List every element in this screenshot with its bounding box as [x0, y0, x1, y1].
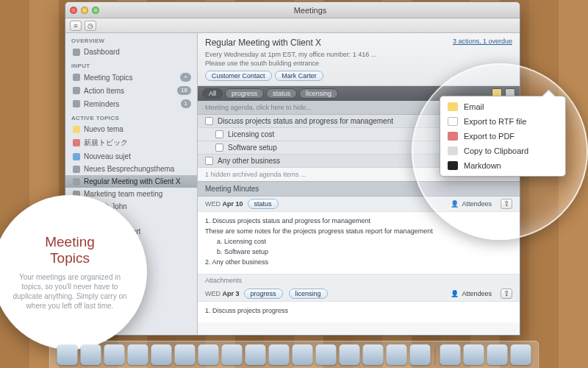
- dock-app-itunes[interactable]: [293, 344, 313, 365]
- entry-attachments[interactable]: Attachments: [198, 274, 520, 286]
- checkbox[interactable]: [205, 117, 213, 125]
- dock-app[interactable]: [151, 344, 172, 365]
- dock-app[interactable]: [104, 344, 125, 365]
- minimize-icon[interactable]: [81, 7, 88, 14]
- zoom-icon[interactable]: [92, 7, 99, 14]
- sidebar-item-reminders[interactable]: Reminders1: [65, 97, 197, 110]
- sidebar-topic[interactable]: Nuevo tema: [65, 123, 197, 135]
- sidebar-section-overview: OVERVIEW: [65, 33, 197, 46]
- topic-icon: [73, 178, 80, 185]
- sidebar-section-input: INPUT: [65, 58, 197, 71]
- dock-app[interactable]: [410, 344, 431, 365]
- entry-body[interactable]: 1. Discuss projects progress: [198, 302, 520, 322]
- attendees-button[interactable]: 👤Attendees: [451, 290, 492, 297]
- dock-app[interactable]: [245, 344, 266, 365]
- sidebar-topic[interactable]: Nouveau sujet: [65, 150, 197, 163]
- mail-icon: [448, 102, 458, 111]
- popover-item-clipboard[interactable]: Copy to Clipboard: [440, 144, 565, 158]
- close-icon[interactable]: [70, 7, 77, 14]
- dock-app-safari[interactable]: [175, 344, 196, 365]
- toolbar-clock-button[interactable]: ◷: [85, 21, 96, 31]
- dock-app-finder[interactable]: [57, 344, 78, 365]
- sidebar-topic[interactable]: 新規トピック: [65, 135, 197, 150]
- minutes-line: b. Software setup: [205, 247, 512, 257]
- plus-badge[interactable]: +: [180, 73, 191, 82]
- minutes-line: 1. Discuss projects progress: [205, 306, 512, 316]
- checkbox[interactable]: [205, 157, 213, 165]
- person-icon: 👤: [451, 290, 459, 297]
- actions-overdue-link[interactable]: 3 actions, 1 overdue: [453, 38, 512, 45]
- meeting-meta-line: Please use the south building entrance: [205, 59, 512, 68]
- dock-app-calendar[interactable]: [222, 344, 243, 365]
- dock-app[interactable]: [198, 344, 219, 365]
- entry-tag[interactable]: licensing: [289, 289, 328, 299]
- checkbox[interactable]: [215, 144, 223, 152]
- entry-body[interactable]: 1. Discuss projects status and progress …: [198, 212, 520, 274]
- dock-app[interactable]: [440, 344, 461, 365]
- meeting-tags: Customer Contact Mark Carter: [205, 71, 512, 81]
- entry-tag[interactable]: status: [248, 199, 279, 209]
- dock: [49, 341, 539, 368]
- sidebar-item-label: Nuevo tema: [84, 125, 123, 133]
- window-title: Meetings: [105, 6, 515, 15]
- topics-icon: [73, 74, 80, 81]
- agenda-label: Licensing cost: [228, 130, 274, 138]
- popover-item-markdown[interactable]: Markdown: [440, 158, 565, 173]
- markdown-icon: [448, 161, 458, 170]
- entry-tag[interactable]: progress: [244, 289, 283, 299]
- reminders-icon: [73, 100, 80, 107]
- entry-date: WED Apr 10: [205, 200, 243, 208]
- checkbox[interactable]: [215, 130, 223, 138]
- sidebar-item-label: 新規トピック: [84, 138, 128, 148]
- tag-pill[interactable]: Mark Carter: [275, 71, 323, 81]
- attendees-button[interactable]: 👤Attendees: [451, 200, 492, 208]
- minutes-line: 2. Any other business: [205, 258, 512, 267]
- dock-app[interactable]: [81, 344, 101, 365]
- dock-app[interactable]: [363, 344, 384, 365]
- tag-pill[interactable]: Customer Contact: [205, 71, 272, 81]
- dock-app[interactable]: [128, 344, 148, 365]
- titlebar[interactable]: Meetings: [65, 2, 520, 18]
- entry-header[interactable]: WED Apr 3 progress licensing 👤Attendees …: [198, 286, 520, 302]
- sidebar-item-meeting-topics[interactable]: Meeting Topics+: [65, 71, 197, 84]
- topic-icon: [73, 153, 80, 160]
- person-icon: 👤: [451, 200, 459, 208]
- share-button[interactable]: ⇪: [501, 199, 512, 209]
- popover-item-email[interactable]: Email: [440, 99, 565, 114]
- entry-date: WED Apr 3: [205, 290, 240, 297]
- dock-app[interactable]: [464, 344, 484, 365]
- sidebar-item-label: Meeting Topics: [84, 74, 133, 82]
- entry-header[interactable]: WED Apr 10 status 👤Attendees ⇪: [198, 197, 520, 212]
- toolbar-list-button[interactable]: ≡: [70, 21, 82, 31]
- dock-trash[interactable]: [511, 344, 531, 365]
- sidebar-item-action-items[interactable]: Action Items18: [65, 84, 197, 97]
- minutes-line: a. Licensing cost: [205, 237, 512, 247]
- dock-app[interactable]: [487, 344, 508, 365]
- minutes-line: 1. Discuss projects status and progress …: [205, 216, 512, 226]
- filter-pill[interactable]: progress: [225, 88, 264, 99]
- sidebar-section-active: ACTIVE TOPICS: [65, 110, 197, 123]
- sidebar-topic-selected[interactable]: Regular Meeting with Client X: [65, 175, 197, 188]
- filter-all[interactable]: All: [202, 88, 223, 99]
- dock-separator: [435, 347, 436, 365]
- dock-app[interactable]: [340, 344, 360, 365]
- sidebar-item-dashboard[interactable]: Dashboard: [65, 46, 197, 58]
- sidebar-item-label: Marketing team meeting: [84, 190, 162, 198]
- popover-item-pdf[interactable]: Export to PDF: [440, 129, 565, 144]
- traffic-lights: [70, 7, 99, 14]
- filter-pill[interactable]: status: [266, 88, 297, 99]
- sidebar-topic[interactable]: Neues Besprechungsthema: [65, 163, 197, 175]
- meeting-meta-line: Every Wednesday at 1pm EST, my office nu…: [205, 50, 512, 59]
- sidebar-item-label: Reminders: [84, 100, 119, 108]
- rtf-icon: [448, 117, 458, 126]
- meeting-header: 3 actions, 1 overdue Regular Meeting wit…: [198, 33, 520, 86]
- filter-pill[interactable]: licensing: [299, 88, 338, 99]
- topic-icon: [73, 126, 80, 133]
- popover-item-rtf[interactable]: Export to RTF file: [440, 114, 565, 129]
- agenda-label: Any other business: [218, 157, 280, 165]
- share-button[interactable]: ⇪: [501, 289, 512, 299]
- dock-app[interactable]: [316, 344, 337, 365]
- dock-app[interactable]: [387, 344, 407, 365]
- toolbar: ≡ ◷: [65, 18, 520, 33]
- dock-app[interactable]: [269, 344, 290, 365]
